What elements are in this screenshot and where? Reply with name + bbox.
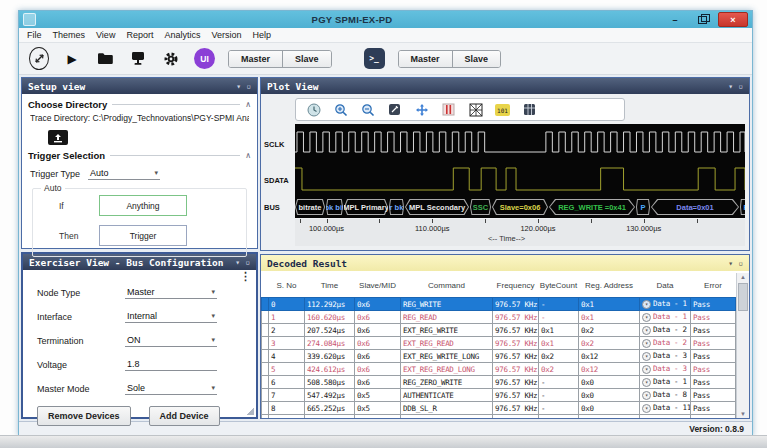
table-row[interactable]: 5424.612µs0x6EXT_REG_READ_LONG976.57 KHz… [262, 363, 736, 376]
restore-button[interactable] [691, 13, 713, 26]
column-header-data[interactable]: Data [640, 273, 691, 298]
section-collapse-icon[interactable]: ∧ [245, 151, 251, 160]
data-expand-icon[interactable]: ▾ [642, 339, 651, 348]
browse-folder-button[interactable] [48, 130, 68, 145]
field-label: Voltage [37, 360, 125, 370]
run-icon[interactable]: ▶ [62, 49, 82, 69]
table-row[interactable]: 8665.252µs0x5DDB_SL_R976.57 KHz-0x0▾Data… [262, 402, 736, 415]
sync-icon[interactable] [29, 49, 49, 69]
table-row[interactable]: 1160.620µs0x6REG_READ976.57 KHz-0x1▾Data… [262, 311, 736, 324]
settings-gear-icon[interactable] [161, 49, 181, 69]
pan-move-icon[interactable] [414, 102, 429, 117]
bus-segment: SSC [470, 199, 491, 215]
ui-mode-badge[interactable]: UI [194, 48, 215, 69]
marker-icon[interactable] [441, 102, 456, 117]
field-select[interactable]: Master▾ [125, 286, 217, 299]
trace-directory-value[interactable]: C:\Prodigy_Technovations\PGY-SPMI Analyz… [93, 113, 249, 123]
data-expand-icon[interactable]: ▾ [642, 391, 651, 400]
panel-pin-icon[interactable]: ▫ [245, 258, 250, 267]
field-select[interactable]: Internal▾ [125, 310, 217, 323]
panel-pin-icon[interactable]: ▫ [246, 82, 251, 91]
terminal-mode-badge[interactable]: >_ [364, 48, 385, 69]
panel-collapse-icon[interactable]: ▾ [235, 258, 240, 267]
then-action-button[interactable]: Trigger [99, 225, 187, 246]
table-settings-icon[interactable] [522, 102, 537, 117]
table-row[interactable]: 0112.292µs0x6REG_WRITE976.57 KHz-0x1▾Dat… [262, 298, 736, 311]
setup-view-header[interactable]: Setup view ▾ ▫ [22, 78, 257, 94]
column-header-time[interactable]: Time [305, 273, 355, 298]
terminal-master-button[interactable]: Master [399, 51, 452, 67]
bus-segment: P [636, 199, 650, 215]
terminal-slave-button[interactable]: Slave [452, 51, 501, 67]
panel-collapse-icon[interactable]: ▾ [728, 82, 733, 91]
panel-pin-icon[interactable]: ▫ [738, 259, 743, 268]
table-row[interactable]: 9795.300µs0x6SLEEP976.57 KHz-0x0Pass [262, 415, 736, 419]
data-expand-icon[interactable]: ▾ [642, 352, 651, 361]
data-expand-icon[interactable]: ▾ [642, 300, 651, 309]
menu-version[interactable]: Version [211, 30, 241, 40]
zoom-in-icon[interactable] [333, 102, 348, 117]
panel-collapse-icon[interactable]: ▾ [728, 259, 733, 268]
if-condition-button[interactable]: Anything [99, 195, 187, 216]
table-row[interactable]: 2207.524µs0x6EXT_REG_WRITE976.57 KHz0x10… [262, 324, 736, 337]
menu-themes[interactable]: Themes [53, 30, 86, 40]
scroll-down-icon[interactable]: ▼ [737, 411, 749, 417]
table-scrollbar[interactable]: ▲ ▼ [736, 273, 749, 418]
column-header-slave-mid[interactable]: Slave/MID [355, 273, 401, 298]
menu-file[interactable]: File [27, 30, 42, 40]
plot-view-header[interactable]: Plot View ▾ ▫ [261, 78, 749, 94]
ui-slave-button[interactable]: Slave [282, 51, 331, 67]
minimize-button[interactable]: – [664, 13, 686, 26]
section-collapse-icon[interactable]: ∧ [245, 100, 251, 109]
cursor-time-icon[interactable] [306, 102, 321, 117]
trigger-type-select[interactable]: Auto ▾ [88, 167, 160, 180]
menu-view[interactable]: View [96, 30, 115, 40]
data-expand-icon[interactable]: ▾ [642, 404, 651, 413]
cell: - [539, 298, 579, 311]
resize-grip[interactable] [247, 408, 254, 415]
table-row[interactable]: 7547.492µs0x5AUTHENTICATE976.57 KHz-0x0▾… [262, 389, 736, 402]
column-header-reg-address[interactable]: Reg. Address [579, 273, 640, 298]
error-cell: Pass [691, 376, 736, 389]
zoom-out-icon[interactable] [360, 102, 375, 117]
auto-group-label: Auto [41, 183, 65, 193]
menu-report[interactable]: Report [126, 30, 153, 40]
waveform-area[interactable]: SCLK SDATA BUS bitratebk bitMPL Primaryr… [261, 124, 745, 218]
column-header-frequency[interactable]: Frequency [493, 273, 539, 298]
digital-measure-icon[interactable]: 101 [495, 102, 510, 117]
bus-segment: MPL Secondary [405, 199, 469, 215]
kebab-menu-icon[interactable]: ⋮ [240, 272, 251, 281]
scroll-thumb[interactable] [738, 283, 748, 311]
edit-plot-icon[interactable] [387, 102, 402, 117]
folder-icon[interactable] [95, 49, 115, 69]
panel-collapse-icon[interactable]: ▾ [236, 82, 241, 91]
exerciser-panel: Exerciser View - Bus Configuration ▾ ▫ ⋮… [21, 252, 258, 419]
column-header-error[interactable]: Error [691, 273, 736, 298]
data-expand-icon[interactable]: ▾ [642, 378, 651, 387]
close-button[interactable]: × [718, 12, 748, 27]
data-expand-icon[interactable]: ▾ [642, 313, 651, 322]
ui-master-button[interactable]: Master [229, 51, 282, 67]
scroll-up-icon[interactable]: ▲ [737, 274, 749, 280]
table-row[interactable]: 3274.084µs0x6EXT_REG_READ976.57 KHz0x10x… [262, 337, 736, 350]
remove-devices-button[interactable]: Remove Devices [37, 406, 131, 426]
data-expand-icon[interactable]: ▾ [642, 365, 651, 374]
field-select[interactable]: Sole▾ [125, 382, 217, 395]
add-device-button[interactable]: Add Device [149, 406, 220, 426]
field-select[interactable]: ON▾ [125, 334, 217, 347]
panel-pin-icon[interactable]: ▫ [738, 82, 743, 91]
table-row[interactable]: 4339.620µs0x6EXT_REG_WRITE_LONG976.57 KH… [262, 350, 736, 363]
data-expand-icon[interactable]: ▾ [642, 326, 651, 335]
table-row[interactable]: 6508.580µs0x6REG_ZERO_WRITE976.57 KHz-0x… [262, 376, 736, 389]
column-header-bytecount[interactable]: ByteCount [539, 273, 579, 298]
column-header-s-no[interactable]: S. No [269, 273, 305, 298]
field-input[interactable]: 1.8 [125, 358, 217, 371]
decoded-result-header[interactable]: Decoded Result ▾ ▫ [261, 255, 749, 271]
grid-toggle-icon[interactable] [468, 102, 483, 117]
column-header-command[interactable]: Command [401, 273, 493, 298]
title-bar[interactable]: PGY SPMI-EX-PD – × [19, 11, 752, 28]
menu-analytics[interactable]: Analytics [164, 30, 200, 40]
device-monitor-icon[interactable] [128, 49, 148, 69]
waveform-canvas[interactable]: bitratebk bitMPL Primaryr bkMPL Secondar… [295, 124, 745, 218]
menu-help[interactable]: Help [252, 30, 271, 40]
